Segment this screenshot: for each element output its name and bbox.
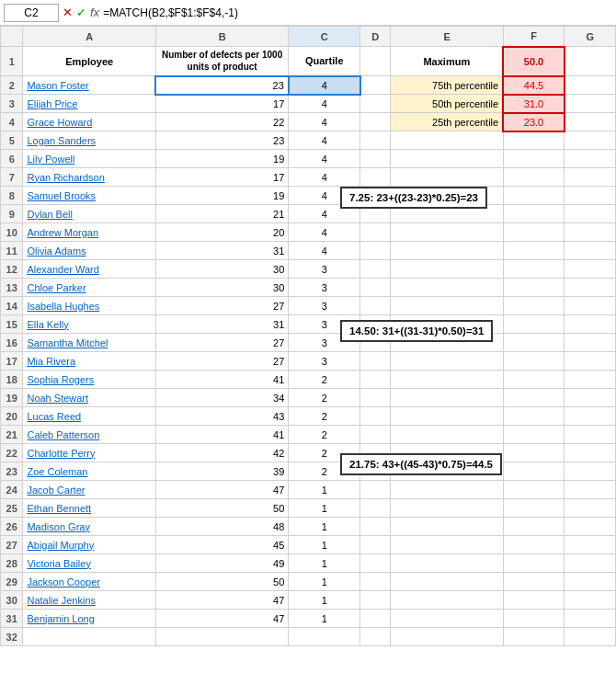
cell-e[interactable] — [391, 554, 503, 573]
confirm-formula-icon[interactable]: ✓ — [76, 6, 86, 19]
cell-a[interactable]: Jackson Cooper — [23, 573, 155, 591]
cell-d[interactable] — [360, 481, 391, 499]
cell-f[interactable] — [503, 628, 565, 646]
cell-c[interactable]: 4 — [289, 113, 360, 131]
cell-d[interactable] — [360, 352, 391, 371]
cell-f[interactable] — [503, 297, 565, 315]
cell-g[interactable] — [565, 407, 616, 426]
cell-c[interactable]: 4 — [289, 150, 360, 168]
cell-c[interactable]: Quartile — [289, 47, 360, 76]
cell-b[interactable]: 19 — [155, 187, 288, 205]
cell-c[interactable]: 1 — [289, 499, 360, 518]
cell-c[interactable]: 3 — [289, 279, 360, 297]
cell-a[interactable]: Natalie Jenkins — [23, 591, 155, 610]
cell-c[interactable]: 4 — [289, 95, 360, 113]
cell-a[interactable]: Ella Kelly — [23, 315, 155, 334]
cell-g[interactable] — [565, 150, 616, 168]
cell-e[interactable] — [391, 260, 503, 279]
cell-a[interactable]: Grace Howard — [23, 113, 155, 131]
cell-b[interactable]: 27 — [155, 334, 288, 352]
cell-c[interactable]: 1 — [289, 573, 360, 591]
cell-b[interactable]: 41 — [155, 426, 288, 444]
cell-d[interactable] — [360, 47, 391, 76]
cell-f[interactable] — [503, 407, 565, 426]
cell-c[interactable]: 1 — [289, 554, 360, 573]
cell-g[interactable] — [565, 426, 616, 444]
cell-g[interactable] — [565, 76, 616, 95]
cell-f[interactable] — [503, 352, 565, 371]
cell-b[interactable]: 42 — [155, 444, 288, 462]
cell-g[interactable] — [565, 315, 616, 334]
cell-b[interactable]: 47 — [155, 481, 288, 499]
cell-b[interactable]: 23 — [155, 131, 288, 150]
cell-b[interactable]: 47 — [155, 610, 288, 628]
cell-f[interactable] — [503, 389, 565, 407]
cell-e[interactable] — [391, 481, 503, 499]
cell-a[interactable]: Samantha Mitchel — [23, 334, 155, 352]
col-header-d[interactable]: D — [360, 27, 391, 47]
cell-a[interactable]: Benjamin Long — [23, 610, 155, 628]
cell-d[interactable] — [360, 426, 391, 444]
cell-e[interactable] — [391, 610, 503, 628]
cell-a[interactable]: Noah Stewart — [23, 389, 155, 407]
cell-c[interactable]: 1 — [289, 481, 360, 499]
cell-b[interactable]: 31 — [155, 315, 288, 334]
cell-d[interactable] — [360, 371, 391, 389]
cell-f[interactable] — [503, 168, 565, 187]
cell-e[interactable] — [391, 536, 503, 554]
cell-f[interactable] — [503, 279, 565, 297]
cell-b[interactable]: 39 — [155, 462, 288, 481]
cell-a[interactable]: Dylan Bell — [23, 205, 155, 223]
cell-d[interactable] — [360, 573, 391, 591]
cell-e[interactable] — [391, 352, 503, 371]
cell-c[interactable]: 1 — [289, 518, 360, 536]
cell-d[interactable] — [360, 407, 391, 426]
cell-f[interactable] — [503, 131, 565, 150]
cell-d[interactable] — [360, 242, 391, 260]
cell-a[interactable]: Madison Gray — [23, 518, 155, 536]
cell-c[interactable]: 4 — [289, 223, 360, 242]
cell-b[interactable]: 17 — [155, 168, 288, 187]
cell-b[interactable]: 20 — [155, 223, 288, 242]
cell-e[interactable] — [391, 407, 503, 426]
cell-d[interactable] — [360, 297, 391, 315]
cell-d[interactable] — [360, 591, 391, 610]
cell-e[interactable]: 25th percentile — [391, 113, 503, 131]
cell-a[interactable]: Jacob Carter — [23, 481, 155, 499]
cell-g[interactable] — [565, 444, 616, 462]
cell-e[interactable] — [391, 131, 503, 150]
cell-b[interactable]: 45 — [155, 536, 288, 554]
cell-b[interactable]: 41 — [155, 371, 288, 389]
cell-a[interactable]: Isabella Hughes — [23, 297, 155, 315]
cell-f[interactable]: 31.0 — [503, 95, 565, 113]
cell-a[interactable]: Employee — [23, 47, 155, 76]
cell-b[interactable]: 17 — [155, 95, 288, 113]
cell-e[interactable] — [391, 499, 503, 518]
cell-d[interactable] — [360, 389, 391, 407]
cell-g[interactable] — [565, 242, 616, 260]
cell-c[interactable]: 4 — [289, 242, 360, 260]
cell-f[interactable] — [503, 187, 565, 205]
cell-c[interactable]: 4 — [289, 76, 360, 95]
cell-d[interactable] — [360, 150, 391, 168]
cell-f[interactable] — [503, 536, 565, 554]
cell-e[interactable] — [391, 628, 503, 646]
cell-f[interactable] — [503, 371, 565, 389]
cell-f[interactable] — [503, 444, 565, 462]
cell-d[interactable] — [360, 131, 391, 150]
cell-g[interactable] — [565, 462, 616, 481]
cell-f[interactable] — [503, 554, 565, 573]
cell-f[interactable] — [503, 518, 565, 536]
cell-a[interactable]: Elijah Price — [23, 95, 155, 113]
cell-c[interactable]: 3 — [289, 260, 360, 279]
cell-d[interactable] — [360, 223, 391, 242]
cell-d[interactable] — [360, 536, 391, 554]
cell-c[interactable] — [289, 628, 360, 646]
cell-e[interactable] — [391, 371, 503, 389]
cell-b[interactable]: Number of defects per 1000 units of prod… — [155, 47, 288, 76]
cell-c[interactable]: 4 — [289, 168, 360, 187]
cell-c[interactable]: 3 — [289, 352, 360, 371]
cell-g[interactable] — [565, 297, 616, 315]
cell-a[interactable]: Sophia Rogers — [23, 371, 155, 389]
cell-g[interactable] — [565, 47, 616, 76]
